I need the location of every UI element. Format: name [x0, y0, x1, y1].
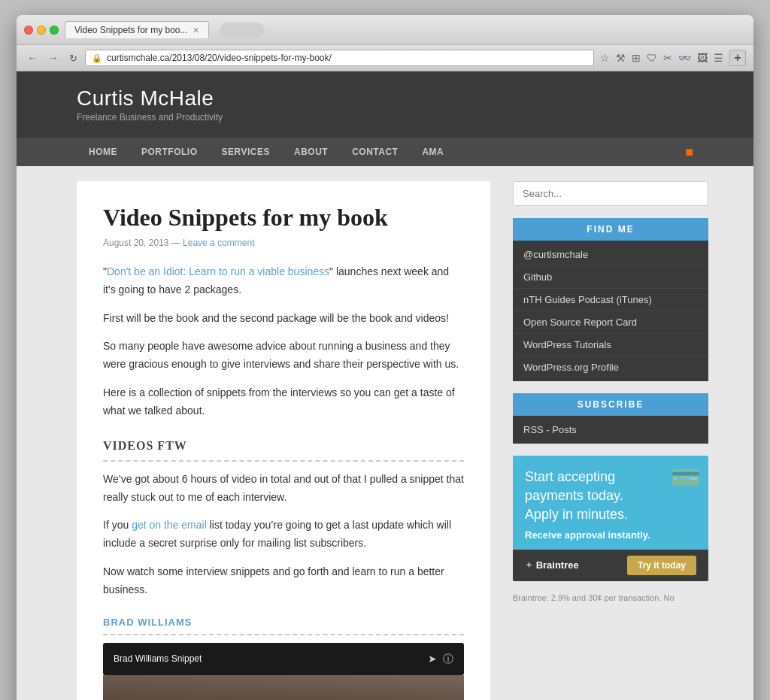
link-podcast[interactable]: nTH Guides Podcast (iTunes) — [513, 289, 708, 311]
braintree-logo: ✦ Braintree — [525, 559, 579, 571]
forward-button[interactable]: → — [45, 50, 62, 65]
scissors-icon[interactable]: ✂ — [662, 50, 674, 65]
glasses-icon[interactable]: 👓 — [677, 50, 693, 65]
video-label: Brad Williams Snippet — [114, 651, 202, 666]
tab-close-icon[interactable]: ✕ — [192, 26, 199, 35]
brad-section-heading: BRAD WILLIAMS — [103, 614, 464, 635]
nav-contact[interactable]: CONTACT — [340, 138, 410, 166]
link-github[interactable]: Github — [513, 266, 708, 289]
post-para-1: First will be the book and the second pa… — [103, 310, 464, 328]
share-icon[interactable]: ➤ — [428, 650, 437, 668]
post-para-4: We’ve got about 6 hours of video in tota… — [103, 471, 464, 507]
window-buttons — [24, 26, 59, 35]
video-thumbnail[interactable] — [103, 675, 464, 700]
browser-tab[interactable]: Video Snippets for my boo... ✕ — [65, 21, 209, 38]
address-bar[interactable]: 🔒 curtismchale.ca/2013/08/20/video-snipp… — [85, 50, 594, 66]
nav-items: HOME PORTFOLIO SERVICES ABOUT CONTACT AM… — [77, 138, 456, 166]
link-wp-tutorials[interactable]: WordPress Tutorials — [513, 334, 708, 356]
post-date: August 20, 2013 — [103, 238, 168, 248]
video-embed-bar: Brad Williams Snippet ➤ ⓘ — [103, 643, 464, 676]
try-button[interactable]: Try it today — [627, 556, 696, 575]
close-button[interactable] — [24, 26, 33, 35]
maximize-button[interactable] — [50, 26, 59, 35]
link-rss[interactable]: RSS - Posts — [513, 419, 708, 441]
nav-ama[interactable]: AMA — [410, 138, 456, 166]
ad-line3: Apply in minutes. — [525, 507, 628, 522]
nav-about[interactable]: ABOUT — [282, 138, 340, 166]
link-report-card[interactable]: Open Source Report Card — [513, 311, 708, 334]
find-me-title: FIND ME — [513, 218, 708, 241]
browser-titlebar: Video Snippets for my boo... ✕ — [17, 15, 753, 45]
ad-line2: payments today. — [525, 488, 623, 503]
video-face — [103, 675, 464, 700]
book-link[interactable]: Don't be an Idiot: Learn to run a viable… — [107, 265, 329, 277]
ad-icons: 💳 — [671, 463, 701, 492]
braintree-brand: Braintree — [536, 559, 579, 571]
photo-icon[interactable]: 🖼 — [696, 50, 709, 65]
email-list-link[interactable]: get on the email — [132, 519, 207, 531]
ad-widget: 💳 Start accepting payments today. Apply … — [513, 456, 708, 581]
site-header: Curtis McHale Freelance Business and Pro… — [17, 71, 753, 138]
nav-home[interactable]: HOME — [77, 138, 129, 166]
videos-section-heading: VIDEOS FTW — [103, 435, 464, 462]
nav-services[interactable]: SERVICES — [210, 138, 282, 166]
video-container: Brad Williams Snippet ➤ ⓘ — [103, 643, 464, 700]
layers-icon[interactable]: ⊞ — [630, 50, 642, 65]
rss-icon[interactable]: ■ — [685, 144, 693, 160]
post-meta-separator: — — [171, 238, 183, 248]
info-icon[interactable]: ⓘ — [443, 650, 453, 668]
post-title: Video Snippets for my book — [103, 204, 464, 232]
site-title: Curtis McHale — [77, 86, 708, 111]
subscribe-links: RSS - Posts — [513, 416, 708, 444]
toolbar-icons: ☆ ⚒ ⊞ 🛡 ✂ 👓 🖼 ☰ — [599, 50, 725, 65]
find-me-widget: FIND ME @curtismchale Github nTH Guides … — [513, 218, 708, 381]
refresh-button[interactable]: ↻ — [66, 51, 80, 65]
ad-caption: Braintree: 2.9% and 30¢ per transaction.… — [513, 593, 708, 602]
url-text: curtismchale.ca/2013/08/20/video-snippet… — [107, 53, 587, 63]
tab-title: Video Snippets for my boo... — [74, 25, 188, 35]
post-para-5: If you get on the email list today you’r… — [103, 517, 464, 553]
tab-new-area — [220, 23, 265, 38]
tools-icon[interactable]: ⚒ — [614, 50, 627, 65]
bookmark-star-icon[interactable]: ☆ — [599, 50, 611, 65]
browser-toolbar: ← → ↻ 🔒 curtismchale.ca/2013/08/20/video… — [17, 45, 753, 71]
find-me-links: @curtismchale Github nTH Guides Podcast … — [513, 241, 708, 381]
ad-highlight: Receive approval instantly. — [525, 529, 696, 541]
menu-icon[interactable]: ☰ — [712, 50, 725, 65]
ad-line1: Start accepting — [525, 469, 615, 484]
link-wp-profile[interactable]: WordPress.org Profile — [513, 356, 708, 378]
shield-icon[interactable]: 🛡 — [645, 50, 659, 65]
post-meta: August 20, 2013 — Leave a comment — [103, 238, 464, 248]
link-twitter[interactable]: @curtismchale — [513, 244, 708, 266]
post-para-2: So many people have awesome advice about… — [103, 338, 464, 374]
subscribe-title: SUBSCRIBE — [513, 393, 708, 416]
browser-window: Video Snippets for my boo... ✕ ← → ↻ 🔒 c… — [17, 15, 753, 700]
video-embed-icons: ➤ ⓘ — [428, 650, 453, 668]
post-para-3: Here is a collection of snippets from th… — [103, 384, 464, 420]
site-subtitle: Freelance Business and Productivity — [77, 112, 708, 123]
back-button[interactable]: ← — [24, 50, 41, 65]
lock-icon: 🔒 — [92, 53, 102, 63]
comment-link[interactable]: Leave a comment — [183, 238, 254, 248]
minimize-button[interactable] — [37, 26, 46, 35]
content-area: Video Snippets for my book August 20, 20… — [77, 181, 490, 700]
nav-portfolio[interactable]: PORTFOLIO — [129, 138, 210, 166]
new-tab-button[interactable]: + — [729, 50, 746, 66]
ad-footer: ✦ Braintree Try it today — [513, 550, 708, 581]
website: Curtis McHale Freelance Business and Pro… — [17, 71, 753, 700]
post-para-intro: "Don't be an Idiot: Learn to run a viabl… — [103, 263, 464, 299]
post-para-5-before: If you — [103, 519, 132, 531]
site-nav: HOME PORTFOLIO SERVICES ABOUT CONTACT AM… — [17, 138, 753, 166]
post-para-6: Now watch some interview snippets and go… — [103, 563, 464, 599]
subscribe-widget: SUBSCRIBE RSS - Posts — [513, 393, 708, 444]
search-input[interactable] — [513, 181, 708, 206]
post-body: "Don't be an Idiot: Learn to run a viabl… — [103, 263, 464, 700]
sidebar: FIND ME @curtismchale Github nTH Guides … — [513, 181, 708, 700]
main-wrapper: Video Snippets for my book August 20, 20… — [17, 166, 753, 700]
